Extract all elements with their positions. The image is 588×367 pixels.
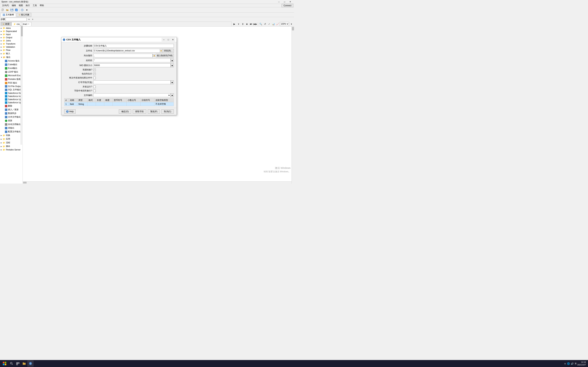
newline-checkbox[interactable] bbox=[93, 90, 96, 92]
zoom-select[interactable]: 100% 75% 50% 150% bbox=[280, 22, 289, 26]
sidebar-item-output[interactable]: ▶ 📁 Output bbox=[0, 36, 23, 39]
stop-all-button[interactable]: ■▾ bbox=[249, 22, 253, 26]
lazy-checkbox[interactable] bbox=[93, 69, 96, 71]
preview-run-btn[interactable]: ▶▶ bbox=[253, 22, 257, 26]
sidebar-item-process[interactable]: ▶ 📁 流程 bbox=[0, 141, 23, 144]
menu-file[interactable]: 文件(F) bbox=[1, 4, 10, 7]
header-checkbox[interactable] bbox=[93, 73, 96, 75]
sidebar-item-cube[interactable]: Cube输出 bbox=[0, 63, 23, 67]
encoding-select[interactable]: UTF-8 GBK GB2312 bbox=[93, 93, 171, 97]
sidebar-item-deprecated[interactable]: ▶ 📁 Deprecated bbox=[0, 30, 23, 33]
enclosure-diamond[interactable]: ◆ bbox=[171, 58, 174, 62]
canvas-scrollbar-thumb-h[interactable] bbox=[23, 182, 26, 184]
sidebar-item-flow[interactable]: ▶ 📁 Flow bbox=[0, 49, 23, 52]
sidebar-item-autodoc[interactable]: 自动文档输出 bbox=[0, 123, 23, 126]
delimiter-input[interactable] bbox=[93, 54, 153, 58]
dialog-close-button[interactable]: ✕ bbox=[171, 38, 175, 42]
nio-buffer-input[interactable] bbox=[93, 63, 171, 67]
sidebar-item-excel[interactable]: Excel输出 bbox=[0, 67, 23, 70]
sidebar-item-s3[interactable]: S3 File Output bbox=[0, 85, 23, 88]
explore-button[interactable] bbox=[20, 8, 24, 12]
sidebar-item-pentaho-server[interactable]: ▶ 📁 Pentaho Server bbox=[0, 148, 23, 151]
open-button[interactable] bbox=[5, 8, 9, 12]
row-number-input[interactable] bbox=[93, 80, 171, 84]
sidebar-item-rss[interactable]: RSS 输出 bbox=[0, 81, 23, 85]
close-button[interactable]: ✕ bbox=[288, 0, 293, 3]
run-button[interactable]: ▶ bbox=[232, 22, 236, 26]
sidebar-item-configfile[interactable]: 配置文件输出 bbox=[0, 130, 23, 133]
run-dropdown-btn[interactable]: ▾ bbox=[237, 22, 241, 26]
stop-button[interactable]: ■ bbox=[245, 22, 249, 26]
metrics-btn[interactable]: 📈 bbox=[276, 22, 279, 26]
sidebar-item-transform[interactable]: ▶ 📁 Transform bbox=[0, 42, 23, 45]
connect-button[interactable]: Connect bbox=[282, 4, 293, 7]
show-results-btn[interactable]: 📊 bbox=[271, 22, 275, 26]
file-name-input[interactable] bbox=[93, 49, 159, 53]
menu-help[interactable]: 帮助 bbox=[38, 4, 45, 7]
close-tab-icon[interactable]: ✕ bbox=[28, 23, 29, 25]
sidebar-item-choutput[interactable]: ▼ 📂 输出 bbox=[0, 55, 23, 59]
save-button[interactable] bbox=[10, 8, 14, 12]
canvas-tab-welcome[interactable]: ★ 欢迎 bbox=[1, 22, 11, 26]
sidebar-item-transform2[interactable]: ▶ 📁 转换 bbox=[0, 133, 23, 137]
sidebar-item-msexcel[interactable]: Microsoft Excel 输出 bbox=[0, 74, 23, 77]
dialog-minimize-button[interactable]: ─ bbox=[162, 38, 166, 42]
canvas-scrollbar-h[interactable] bbox=[23, 181, 292, 184]
sidebar-item-delete[interactable]: 删除 bbox=[0, 104, 23, 108]
menu-view[interactable]: 视图 bbox=[17, 4, 24, 7]
sidebar-item-update[interactable]: 更新 bbox=[0, 119, 23, 123]
encoding-diamond[interactable]: ◆ bbox=[171, 93, 174, 97]
sidebar-item-validation[interactable]: ▶ 📁 Validation bbox=[0, 45, 23, 49]
menu-edit[interactable]: 编辑 bbox=[10, 4, 17, 7]
tab-main-tree[interactable]: 主对象树 bbox=[1, 13, 16, 17]
get-fields-button[interactable]: 获取字段 bbox=[133, 109, 146, 114]
sidebar-item-datasync[interactable]: 数据同步 bbox=[0, 111, 23, 115]
step-collapse-button[interactable]: ≡ bbox=[31, 18, 34, 21]
minimize-button[interactable]: ─ bbox=[277, 0, 281, 3]
sidebar-item-upsert[interactable]: 插入／更新 bbox=[0, 108, 23, 111]
sidebar-item-pentaho-report[interactable]: Pentaho 报表输出 bbox=[0, 77, 23, 81]
dialog-maximize-button[interactable]: □ bbox=[166, 38, 171, 42]
step-name-input[interactable] bbox=[93, 44, 174, 48]
insert-tab-button[interactable]: 插入制表符(TAB) bbox=[156, 54, 174, 58]
dropdown-button[interactable]: ▾ bbox=[25, 8, 29, 12]
new-button[interactable] bbox=[1, 8, 5, 12]
sidebar-item-tableout[interactable]: 表输出 bbox=[0, 126, 23, 130]
canvas-scrollbar-thumb-v[interactable] bbox=[292, 27, 294, 30]
step-search-input[interactable] bbox=[6, 18, 26, 21]
enclosure-input[interactable] bbox=[93, 58, 171, 62]
sidebar-item-sql-file[interactable]: SQL 文件输出 bbox=[0, 88, 23, 92]
cancel-button[interactable]: 取消(C) bbox=[161, 109, 174, 114]
sidebar-item-app[interactable]: ▶ 📁 应用 bbox=[0, 137, 23, 141]
replay-button[interactable]: ↺ bbox=[263, 22, 267, 26]
browse-button[interactable]: 浏览(B)... bbox=[163, 49, 174, 53]
save-all-button[interactable] bbox=[14, 8, 18, 12]
nio-diamond[interactable]: ◆ bbox=[171, 63, 174, 67]
rownum-diamond[interactable]: ◆ bbox=[171, 80, 174, 84]
debug-button[interactable]: 🔍 bbox=[259, 22, 263, 26]
sidebar-item-access[interactable]: Access 输出 bbox=[0, 59, 23, 63]
menu-run[interactable]: 执行 bbox=[24, 4, 31, 7]
add-filename-checkbox[interactable] bbox=[93, 77, 96, 79]
scrollbar-thumb[interactable] bbox=[21, 26, 23, 36]
preview-button[interactable]: 预览(P) bbox=[148, 109, 160, 114]
sidebar-item-joins[interactable]: ▶ 📁 Joins bbox=[0, 39, 23, 42]
sidebar-item-chinput[interactable]: ▶ 📁 输入 bbox=[0, 52, 23, 55]
sidebar-item-textfile[interactable]: 文本文件输出 bbox=[0, 115, 23, 119]
help-button[interactable]: ? Help bbox=[64, 109, 76, 114]
sidebar-item-script[interactable]: ▶ 📁 脚本 bbox=[0, 144, 23, 148]
pause-button[interactable]: ⏸ bbox=[241, 22, 245, 26]
sidebar-item-input[interactable]: ▶ 📁 Input bbox=[0, 33, 23, 36]
maximize-button[interactable]: □ bbox=[282, 0, 287, 3]
menu-tools[interactable]: 工具 bbox=[31, 4, 38, 7]
parallel-checkbox[interactable] bbox=[93, 86, 96, 88]
check-button[interactable]: ✓ bbox=[267, 22, 271, 26]
sidebar-scrollbar[interactable] bbox=[21, 26, 23, 145]
sidebar-item-sf-insert[interactable]: Salesforce Insert bbox=[0, 95, 23, 98]
sidebar-item-sf-delete[interactable]: Salesforce Delete bbox=[0, 92, 23, 95]
zoom-dropdown[interactable]: ▾ bbox=[289, 22, 293, 26]
canvas-scrollbar-v[interactable] bbox=[292, 26, 294, 184]
table-row[interactable]: 1 field String 不去掉空格 bbox=[64, 102, 174, 106]
sidebar-item-sf-update[interactable]: Salesforce Update bbox=[0, 98, 23, 101]
sidebar-item-sf-upsert[interactable]: Salesforce Upsert bbox=[0, 101, 23, 104]
